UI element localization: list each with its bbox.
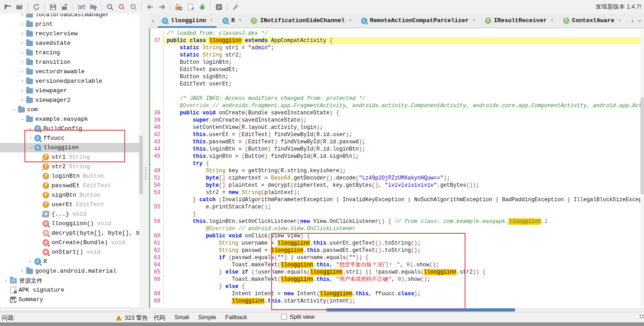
tree-item-decryptbytebyteby[interactable]: mdecrypt(byte[], byte[], by xyxy=(0,228,143,238)
tab-RemoteActionCompatParcelizer[interactable]: cRemoteActionCompatParcelizer× xyxy=(356,14,480,28)
tab-close-icon[interactable]: × xyxy=(348,17,352,24)
toolbar-button-rename[interactable] xyxy=(184,1,196,13)
code-line[interactable]: try { xyxy=(150,160,640,167)
tree-expand-icon[interactable]: › xyxy=(11,107,17,113)
panel-splitter[interactable] xyxy=(143,14,149,312)
code-line[interactable]: 44 this.loginBtn = (Button) findViewById… xyxy=(150,146,640,153)
tree-item-...[interactable]: m*{...}void xyxy=(0,209,143,219)
warnings-indicator[interactable]: 323 警告 xyxy=(116,314,148,322)
code-line[interactable]: } catch (InvalidAlgorithmParameterExcept… xyxy=(150,196,640,203)
view-tab-代码[interactable]: 代码 xyxy=(154,314,165,322)
tree-item-recyclerview[interactable]: ›recyclerview xyxy=(0,29,143,38)
code-line[interactable]: @Override // androidx.fragment.app.Fragm… xyxy=(150,102,640,109)
tree-item-onstart[interactable]: monStart()void xyxy=(0,247,143,257)
view-tab-Smali[interactable]: Smali xyxy=(174,314,189,322)
tree-item-str2[interactable]: fstr2String xyxy=(0,162,143,171)
code-line[interactable]: /* JADX INFO: Access modifiers changed f… xyxy=(150,95,640,102)
split-view-checkbox[interactable] xyxy=(281,314,287,320)
toolbar-button-search-comment[interactable] xyxy=(127,1,139,13)
tree-horizontal-scrollbar-thumb[interactable] xyxy=(0,308,131,311)
tree-item-versionedparcelable[interactable]: ›versionedparcelable xyxy=(0,76,143,86)
tree-expand-icon[interactable]: › xyxy=(19,78,25,85)
tree-item-localbroadcastmanager[interactable]: ›localbroadcastmanager xyxy=(0,14,143,19)
tab-INotificationSideChannel[interactable]: IINotificationSideChannel× xyxy=(246,14,356,28)
tree-item-apksignature[interactable]: APK signature xyxy=(0,285,143,295)
tree-item-viewpager[interactable]: ›viewpager xyxy=(0,86,143,95)
toolbar-button-reload[interactable] xyxy=(30,1,42,13)
toolbar-button-save-all[interactable] xyxy=(47,1,59,13)
toolbar-button-nav-forward[interactable] xyxy=(156,1,168,13)
code-line[interactable]: 49 String key = getString(R.string.keyis… xyxy=(150,167,640,175)
toolbar-button-deobfuscation[interactable] xyxy=(173,1,184,13)
tree-item-google.android.material[interactable]: ›google.android.material xyxy=(0,266,143,276)
tree-expand-icon[interactable]: › xyxy=(19,268,25,274)
tree-expand-icon[interactable]: › xyxy=(27,259,33,265)
code-line[interactable]: @Override // android.view.View.OnClickLi… xyxy=(150,225,640,232)
tree-expand-icon[interactable]: › xyxy=(19,116,25,123)
code-line[interactable]: 43 this.passwdEt = (EditText) findViewBy… xyxy=(150,138,640,146)
tab-close-icon[interactable]: × xyxy=(472,17,476,24)
code-line-current[interactable]: 37public class llooggiinn extends AppCom… xyxy=(150,37,640,44)
tab-IResultReceiver[interactable]: IIResultReceiver× xyxy=(480,14,558,28)
code-line[interactable]: static String str2; xyxy=(150,52,640,59)
tree-item-savedstate[interactable]: ›savedstate xyxy=(0,38,143,48)
code-line[interactable]: 42 this.userEt = (EditText) findViewById… xyxy=(150,131,640,138)
tree-item-r[interactable]: ›cR xyxy=(0,257,143,266)
code-line[interactable]: 55 e.printStackTrace(); xyxy=(150,203,640,211)
toolbar-button-debugger[interactable] xyxy=(196,1,208,13)
tree-expand-icon[interactable]: › xyxy=(3,278,9,284)
tree-expand-icon[interactable]: › xyxy=(19,40,25,47)
tree-expand-icon[interactable]: › xyxy=(19,69,25,75)
code-line[interactable]: EditText passwdEt; xyxy=(150,66,640,73)
tree-expand-icon[interactable]: › xyxy=(19,97,25,104)
tree-item-资源文件[interactable]: ›资源文件 xyxy=(0,276,143,285)
toolbar-button-export[interactable] xyxy=(59,1,71,13)
toolbar-button-preferences[interactable] xyxy=(230,1,241,13)
toolbar-button-flat-packages[interactable] xyxy=(87,1,99,13)
tab-close-icon[interactable]: × xyxy=(550,17,554,24)
code-line[interactable]: 50 byte[] plaintext = decrypt(ciphertext… xyxy=(150,182,640,189)
code-line[interactable]: EditText userEt; xyxy=(150,80,640,88)
tree-item-loginbtn[interactable]: floginBtnButton xyxy=(0,171,143,181)
tree-item-com[interactable]: ›com xyxy=(0,105,143,114)
code-line[interactable]: 58 this.loginBtn.setOnClickListener(new … xyxy=(150,218,640,225)
toolbar-button-nav-back[interactable] xyxy=(144,1,156,13)
resize-grip-icon[interactable] xyxy=(640,317,641,318)
tree-item-viewpager2[interactable]: ›viewpager2 xyxy=(0,95,143,105)
tree-expand-icon[interactable]: › xyxy=(19,21,25,28)
tree-item-tracing[interactable]: ›tracing xyxy=(0,48,143,57)
code-line[interactable]: 53 str2 = new String(plaintext); xyxy=(150,189,640,196)
tab-close-icon[interactable]: × xyxy=(239,17,242,24)
code-line[interactable]: 39 super.onCreate(savedInstanceState); xyxy=(150,117,640,124)
tab-close-icon[interactable]: × xyxy=(210,17,213,24)
tab-R[interactable]: cR× xyxy=(217,14,246,28)
view-tab-Fallback[interactable]: Fallback xyxy=(225,314,247,322)
tree-item-oncreatebundle[interactable]: monCreate(Bundle)void xyxy=(0,238,143,247)
code-line[interactable]: 45 this.signBtn = (Button) findViewById(… xyxy=(150,153,640,160)
tree-item-llooggiinn[interactable]: mllooggiinn()void xyxy=(0,219,143,228)
tree-expand-icon[interactable]: › xyxy=(19,50,25,56)
tree-item-vectordrawable[interactable]: ›vectordrawable xyxy=(0,67,143,76)
code-line[interactable]: Button signBtn; xyxy=(150,73,640,80)
tree-item-transition[interactable]: ›transition xyxy=(0,57,143,67)
tab-list-dropdown-icon[interactable]: › xyxy=(636,14,644,28)
toolbar-button-search-class[interactable] xyxy=(116,1,127,13)
tab-scroll-left-icon[interactable]: ‹ xyxy=(149,14,157,28)
tree-expand-icon[interactable]: › xyxy=(19,14,25,18)
code-line[interactable]: 51 byte[] ciphertext = Base64.getDecoder… xyxy=(150,175,640,182)
tree-item-summary[interactable]: Summary xyxy=(0,295,143,304)
tree-item-example.easyapk[interactable]: ›example.easyapk xyxy=(0,114,143,124)
tree-expand-icon[interactable]: › xyxy=(19,31,25,37)
split-view-toggle[interactable]: Split view xyxy=(281,313,315,320)
view-tab-Simple[interactable]: Simple xyxy=(198,314,216,322)
toolbar-button-search-text[interactable] xyxy=(104,1,116,13)
tab-llooggiinn[interactable]: cllooggiinn× xyxy=(157,14,217,28)
code-line[interactable]: /* loaded from: classes3.dex */ xyxy=(150,30,640,37)
toolbar-button-open-file[interactable] xyxy=(2,1,14,13)
code-line[interactable]: 40 setContentView(R.layout.activity_logi… xyxy=(150,124,640,131)
tree-expand-icon[interactable]: › xyxy=(19,59,25,66)
tree-item-print[interactable]: ›print xyxy=(0,19,143,29)
code-line[interactable]: Button loginBtn; xyxy=(150,59,640,66)
code-line[interactable]: static String str1 = "admin"; xyxy=(150,44,640,52)
tree-item-useret[interactable]: fuserEtEditText xyxy=(0,200,143,209)
